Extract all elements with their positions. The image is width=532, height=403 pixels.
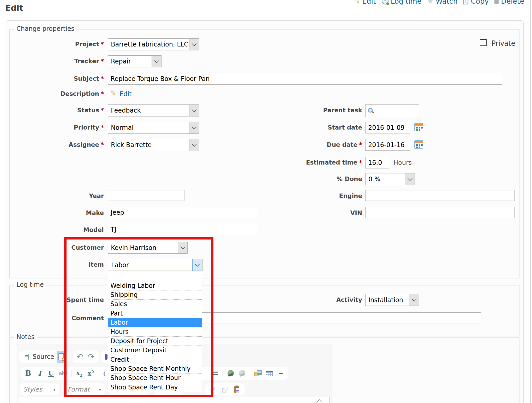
chevron-down-icon [189,39,199,50]
assignee-select[interactable]: Rick Barrette [108,139,199,151]
dropdown-option[interactable]: Shop Space Rent Monthly [108,364,202,373]
cut-icon: ✂ [210,386,216,393]
private-checkbox[interactable] [480,39,487,46]
log-time-link[interactable]: Log time [382,0,422,5]
italic-icon: I [38,369,41,377]
chevron-down-icon [409,294,419,306]
engine-label: Engine [263,192,362,199]
link-button[interactable] [227,370,234,376]
dropdown-option[interactable]: Hours [108,327,202,336]
paste-icon [234,386,239,393]
subject-input[interactable]: Replace Torque Box & Floor Pan [108,73,502,85]
make-label: Make [5,209,104,216]
customer-label: Customer [5,244,104,251]
item-select[interactable]: Labor [108,259,202,271]
comment-label: Comment [5,315,104,322]
superscript-button[interactable]: x2 [87,370,94,377]
watch-link[interactable]: ★ Watch [427,0,457,5]
dropdown-option[interactable]: Deposit for Project [108,336,202,346]
notes-legend: Notes [14,333,37,341]
strikethrough-button[interactable]: abc [59,370,67,376]
toolbar-divider [223,370,223,377]
chevron-down-icon [189,122,199,133]
customer-select[interactable]: Kevin Harrison [108,242,188,254]
chevron-down-icon: ▾ [99,387,101,392]
dropdown-option[interactable]: Customer Deposit [108,346,202,355]
copy-link[interactable]: Copy [463,0,489,5]
dropdown-option[interactable]: Shop Space Rent Hour [108,373,202,382]
dropdown-option[interactable]: Welding Labor [108,281,202,290]
paste-button[interactable] [233,386,240,393]
item-label: Item [5,261,104,268]
page-title: Edit [5,3,23,13]
start-date-label: Start date [263,124,362,131]
chevron-down-icon [189,139,199,151]
project-select[interactable]: Barrette Fabrication, LLC [108,38,199,50]
templates-icon [58,353,64,360]
estimated-time-input[interactable]: 16.0 [365,157,389,168]
trash-icon [494,0,499,4]
log-time-legend: Log time [14,281,46,288]
model-input[interactable]: TJ [108,224,257,235]
dropdown-option[interactable] [108,272,202,281]
description-edit-link[interactable]: Edit [119,90,131,98]
dropdown-option[interactable]: Shop Space Rent Day [108,383,202,392]
due-date-label: Due date* [263,141,362,148]
vin-input[interactable] [365,207,515,218]
chevron-down-icon [152,56,161,67]
subscript-button[interactable]: x2 [76,369,83,378]
year-input[interactable] [108,190,184,201]
justify-button[interactable] [211,371,218,376]
due-date-input[interactable]: 2016-01-16 [365,139,410,151]
editor-content-area[interactable] [19,397,330,403]
start-date-input[interactable]: 2016-01-09 [365,122,410,133]
table-button[interactable] [266,371,273,376]
calendar-icon[interactable] [414,123,423,131]
assignee-label: Assignee* [5,141,104,148]
calendar-icon[interactable] [414,140,423,149]
activity-label: Activity [263,296,362,303]
undo-button[interactable]: ↶ [76,353,84,361]
source-button[interactable] [23,354,30,360]
image-button[interactable] [254,370,262,376]
superscript-icon: x2 [88,370,94,377]
copy-button[interactable] [221,387,228,392]
chevron-down-icon [405,173,415,185]
styles-dropdown[interactable]: Styles ▾ [20,383,59,395]
subject-label: Subject* [5,75,104,82]
scrollbar-edge[interactable] [530,0,531,403]
underline-button[interactable]: U [47,370,55,377]
status-label: Status* [5,107,104,114]
estimated-time-label: Estimated time* [263,159,362,166]
status-select[interactable]: Feedback [108,104,199,116]
description-label: Description* [5,90,104,97]
tracker-label: Tracker* [5,58,104,65]
clock-icon [382,0,388,4]
engine-input[interactable] [365,190,515,201]
horizontal-rule-button[interactable] [277,371,285,376]
tracker-select[interactable]: Repair [108,55,162,67]
cut-button[interactable]: ✂ [209,386,216,393]
source-button-label: Source [33,353,54,360]
context-action-bar: ✎ Edit Log time ★ Watch Copy Delete [354,0,524,6]
templates-button[interactable] [57,351,65,363]
activity-select[interactable]: Installation [365,294,419,306]
make-input[interactable]: Jeep [108,207,257,218]
link-icon [228,370,234,376]
redo-button[interactable]: ↷ [87,353,95,361]
italic-button[interactable]: I [36,369,43,377]
edit-link[interactable]: ✎ Edit [354,0,376,5]
dropdown-option[interactable]: Credit [108,355,202,364]
unlink-button[interactable] [238,370,246,376]
priority-select[interactable]: Normal [108,122,199,134]
dropdown-option[interactable]: Sales [108,299,202,308]
format-dropdown[interactable]: Format ▾ [64,383,105,395]
toolbar-group-clipboard: ✂ [205,383,245,395]
dropdown-option-selected[interactable]: Labor [108,318,202,327]
delete-link[interactable]: Delete [494,0,524,5]
dropdown-option[interactable]: Part [108,309,202,318]
bold-button[interactable]: B [25,369,32,377]
dropdown-option[interactable]: Shipping [108,290,202,299]
issue-edit-page: ✎ Edit Log time ★ Watch Copy Delete Edit… [0,0,532,403]
percent-done-select[interactable]: 0 % [365,173,415,185]
